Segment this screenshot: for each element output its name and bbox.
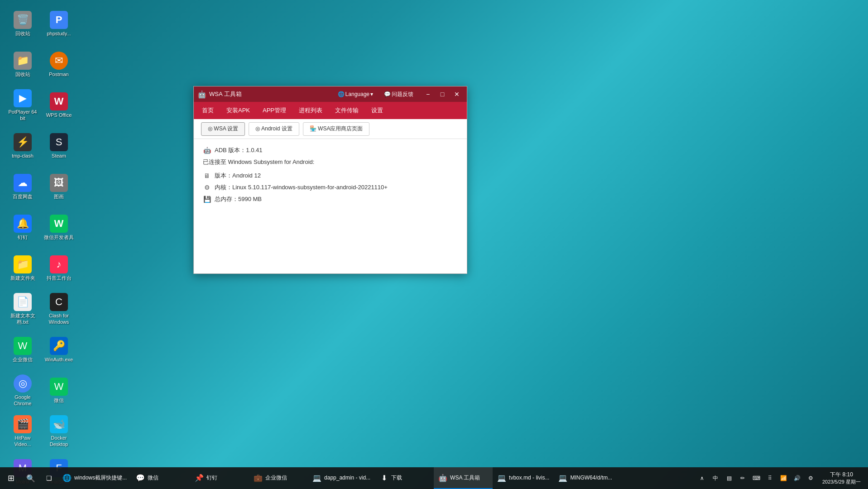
- taskbar-item-mingw-label: MINGW64/d/tm...: [570, 475, 612, 481]
- recycle-bin-icon: 🗑️: [14, 11, 32, 29]
- taskbar-item-tvbox[interactable]: 💻 tvbox.md - livis...: [493, 467, 554, 489]
- desktop-icon-potplayer[interactable]: ▶ PotPlayer 64 bit: [5, 86, 41, 125]
- nav-app-manage[interactable]: APP管理: [260, 105, 289, 116]
- wechatdev-label: 微信开发者具: [44, 235, 74, 240]
- desktop-icon-drawing[interactable]: 🖼 图画: [41, 168, 77, 206]
- android-settings-button[interactable]: ◎ Android 设置: [249, 122, 299, 136]
- docker-label: Docker Desktop: [43, 435, 75, 447]
- memory-text: 总内存：5990 MB: [215, 195, 262, 203]
- wsa-task-icon: 🤖: [438, 473, 447, 482]
- desktop-icon-clash-windows[interactable]: C Clash for Windows: [41, 290, 77, 328]
- downloads-label: 国收站: [15, 72, 30, 77]
- maximize-button[interactable]: □: [436, 88, 449, 101]
- kernel-text: 内核：Linux 5.10.117-windows-subsystem-for-…: [215, 183, 388, 192]
- new-folder-icon: 📁: [14, 255, 32, 273]
- taskbar-item-download-label: 下载: [391, 474, 402, 482]
- system-tray: ∧ 中 ▤ ✏ ⌨ ⠿ 📶 🔊 ⚙: [695, 472, 817, 484]
- taskbar-item-mingw[interactable]: 💻 MINGW64/d/tm...: [554, 467, 617, 489]
- desktop-icon-tmp-clash[interactable]: ⚡ tmp-clash: [5, 127, 41, 165]
- wsa-store-button[interactable]: 🏪 WSA应用商店页面: [303, 122, 370, 136]
- desktop-icon-docker[interactable]: 🐋 Docker Desktop: [41, 412, 77, 451]
- volume-icon[interactable]: 🔊: [791, 472, 803, 484]
- desktop-icon-winauth[interactable]: 🔑 WinAuth.exe: [41, 331, 77, 369]
- taskbar-item-wsa[interactable]: 🤖 WSA 工具箱: [434, 467, 493, 489]
- desktop-icons-container: 🗑️ 回收站 P phpstudy... 📁 国收站 ✉ Postman ▶ P…: [5, 5, 77, 489]
- dingtalk-label: 钉钉: [18, 235, 28, 240]
- desktop-icon-postman[interactable]: ✉ Postman: [41, 45, 77, 84]
- taskbar-item-windows[interactable]: 🌐 windows截屏快捷键...: [58, 467, 131, 489]
- phpstudygo-label: phpstudy...: [47, 31, 71, 37]
- mingw-task-icon: 💻: [558, 473, 567, 482]
- nav-home[interactable]: 首页: [199, 105, 216, 116]
- desktop-icon-phpstudygo[interactable]: P phpstudy...: [41, 5, 77, 43]
- desktop-icon-new-folder[interactable]: 📁 新建文件夹: [5, 249, 41, 288]
- dapp-task-icon: 💻: [312, 473, 321, 482]
- desktop-icon-douyin[interactable]: ♪ 抖音工作台: [41, 249, 77, 288]
- taskbar-item-dingtalk[interactable]: 📌 钉钉: [190, 467, 249, 489]
- desktop-icon-baiduwp[interactable]: ☁ 百度网盘: [5, 168, 41, 206]
- douyin-label: 抖音工作台: [47, 275, 72, 281]
- task-view-icon: ❑: [46, 475, 52, 482]
- taskbar-tray: ∧ 中 ▤ ✏ ⌨ ⠿ 📶 🔊 ⚙ 下午 8:10 2023/5/29 星期一: [695, 467, 868, 489]
- settings-tray-icon[interactable]: ⚙: [804, 472, 817, 484]
- dingtalk-icon: 🔔: [14, 215, 32, 233]
- desktop-icon-downloads[interactable]: 📁 国收站: [5, 45, 41, 84]
- taskbar-item-wechat[interactable]: 💬 微信: [131, 467, 190, 489]
- hitpaw-icon: 🎬: [14, 415, 32, 433]
- touch-icon[interactable]: ⌨: [750, 472, 762, 484]
- start-button[interactable]: ⊞: [0, 467, 22, 489]
- wifi-icon[interactable]: 📶: [777, 472, 790, 484]
- steam-label: Steam: [52, 153, 66, 159]
- desktop-icon-wechatdev[interactable]: W 微信开发者具: [41, 208, 77, 247]
- desktop-icon-wpsoffice[interactable]: W WPS Office: [41, 86, 77, 125]
- grid-icon[interactable]: ⠿: [763, 472, 776, 484]
- tray-chevron[interactable]: ∧: [695, 472, 708, 484]
- taskbar-item-qiyeweixin-label: 企业微信: [265, 474, 287, 482]
- keyboard-layout-icon[interactable]: ▤: [723, 472, 735, 484]
- taskbar-item-wsa-label: WSA 工具箱: [450, 474, 480, 482]
- desktop-icon-google-chrome[interactable]: ◎ Google Chrome: [5, 371, 41, 410]
- desktop-icon-hitpaw[interactable]: 🎬 HitPaw Video...: [5, 412, 41, 451]
- desktop-icon-steam[interactable]: S Steam: [41, 127, 77, 165]
- search-button[interactable]: 🔍: [22, 467, 40, 489]
- baiduwp-icon: ☁: [14, 174, 32, 192]
- ime-tray-icon[interactable]: 中: [709, 472, 722, 484]
- system-clock[interactable]: 下午 8:10 2023/5/29 星期一: [819, 467, 864, 489]
- drawing-icon: 🖼: [50, 174, 68, 192]
- task-view-button[interactable]: ❑: [40, 467, 58, 489]
- minimize-button[interactable]: −: [422, 88, 434, 101]
- google-chrome-label: Google Chrome: [7, 394, 38, 406]
- new-folder-label: 新建文件夹: [10, 275, 35, 281]
- close-button[interactable]: ✕: [451, 88, 463, 101]
- pen-icon[interactable]: ✏: [736, 472, 749, 484]
- qiyeweixin-icon: W: [14, 337, 32, 355]
- memory-icon: 💾: [203, 196, 211, 203]
- qiyeweixin-task-icon: 💼: [254, 473, 263, 482]
- douyin-icon: ♪: [50, 255, 68, 273]
- tmp-clash-label: tmp-clash: [12, 153, 34, 159]
- language-button[interactable]: 🌐 Language ▾: [335, 90, 376, 98]
- docker-icon: 🐋: [50, 415, 68, 433]
- desktop-icon-dingtalk[interactable]: 🔔 钉钉: [5, 208, 41, 247]
- nav-process-list[interactable]: 进程列表: [296, 105, 325, 116]
- tvbox-task-icon: 💻: [497, 473, 506, 482]
- desktop-icon-weixin[interactable]: W 微信: [41, 371, 77, 410]
- nav-install-apk[interactable]: 安装APK: [224, 105, 253, 116]
- recycle-bin-label: 回收站: [15, 31, 30, 37]
- wsa-settings-button[interactable]: ◎ WSA 设置: [201, 122, 245, 136]
- winauth-label: WinAuth.exe: [45, 357, 73, 363]
- desktop-icon-new-text[interactable]: 📄 新建文本文档.txt: [5, 290, 41, 328]
- version-text: 版本：Android 12: [215, 172, 261, 180]
- taskbar-item-download[interactable]: ⬇ 下载: [375, 467, 434, 489]
- nav-file-transfer[interactable]: 文件传输: [332, 105, 361, 116]
- android-icon: 🤖: [203, 147, 211, 154]
- taskbar: ⊞ 🔍 ❑ 🌐 windows截屏快捷键... 💬 微信 📌 钉钉 💼 企业微信…: [0, 467, 868, 489]
- desktop-icon-qiyeweixin[interactable]: W 企业微信: [5, 331, 41, 369]
- feedback-button[interactable]: 💬 问题反馈: [381, 90, 416, 99]
- taskbar-item-dapp[interactable]: 💻 dapp_admin - vid...: [308, 467, 375, 489]
- desktop-icon-recycle-bin[interactable]: 🗑️ 回收站: [5, 5, 41, 43]
- potplayer-label: PotPlayer 64 bit: [7, 109, 38, 121]
- nav-settings[interactable]: 设置: [369, 105, 386, 116]
- taskbar-item-qiyeweixin[interactable]: 💼 企业微信: [249, 467, 308, 489]
- taskbar-item-windows-label: windows截屏快捷键...: [74, 474, 127, 482]
